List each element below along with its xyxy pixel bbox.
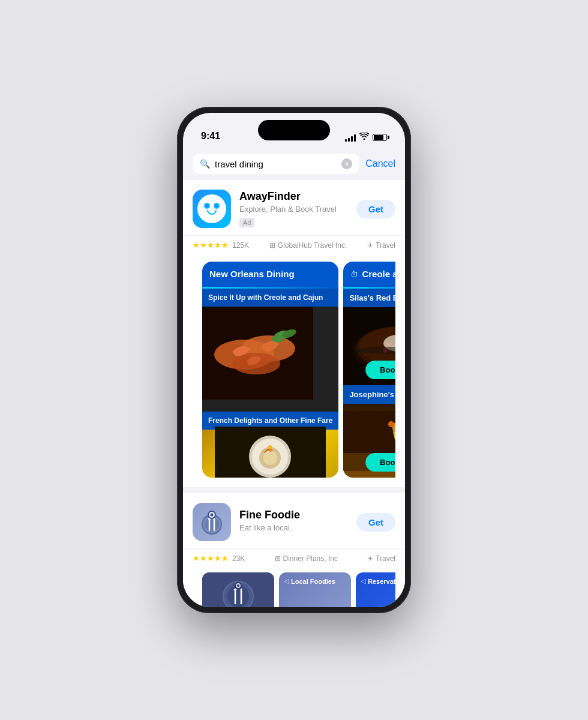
ad-badge: Ad — [239, 218, 254, 227]
lf-mini-card-dots: ⋯ — [338, 606, 346, 607]
status-icons — [345, 133, 387, 142]
creole-promo-card[interactable]: ⏱ Creole and Cajun Silas's Red Beans & R… — [343, 262, 395, 478]
local-foodies-label: Local Foodies — [291, 578, 335, 585]
nola-french-image — [202, 430, 338, 478]
battery-icon — [373, 134, 387, 141]
finefoodie-stars: ★★★★★ 23K — [193, 554, 245, 563]
finefoodie-name: Fine Foodie — [239, 509, 348, 521]
promo-strip[interactable]: New Orleans Dining Spice It Up with Creo… — [193, 254, 395, 478]
finefoodie-category: ✈ Travel — [367, 554, 395, 563]
phone-frame: 9:41 — [177, 107, 411, 613]
finefoodie-rating-row: ★★★★★ 23K ⊞ Dinner Plans, Inc ✈ Travel — [183, 548, 405, 568]
svg-point-31 — [388, 421, 394, 427]
nola-promo-card[interactable]: New Orleans Dining Spice It Up with Creo… — [202, 262, 338, 478]
creole-restaurant1: Silas's Red Beans & Rice — [343, 289, 395, 307]
cancel-button[interactable]: Cancel — [365, 158, 395, 169]
reservations-label: Reservations — [368, 578, 395, 585]
awayfinder-developer: ⊞ GlobalHub Travel Inc. — [269, 241, 347, 250]
awayfinder-name: AwayFinder — [239, 190, 348, 203]
creole-book-now-button[interactable]: Book Now — [365, 361, 395, 379]
svg-point-10 — [263, 451, 277, 465]
creole-stew-image: Book Now — [343, 307, 395, 385]
awayfinder-category: ✈ Travel — [367, 241, 395, 250]
finefoodie-rating-count: 23K — [232, 554, 245, 563]
creole-cocktail-image: Book Now — [343, 404, 395, 478]
app-header-finefoodie: Fine Foodie Eat like a local. Get — [193, 503, 395, 541]
awayfinder-app-card: AwayFinder Explore, Plan & Book Travel A… — [183, 180, 405, 487]
finefoodie-info: Fine Foodie Eat like a local. — [239, 509, 348, 535]
finefoodie-logo-svg — [197, 508, 226, 536]
awayfinder-icon — [193, 190, 231, 228]
search-query: travel dining — [215, 159, 337, 169]
wifi-icon — [359, 133, 369, 142]
creole-restaurant2: Josephine's — [343, 385, 395, 404]
ff-mini-card-dots: ⋯ — [261, 606, 269, 607]
awayfinder-stars: ★★★★★ 125K — [193, 241, 249, 250]
creole-card-header: ⏱ Creole and Cajun — [343, 262, 395, 287]
svg-point-62 — [205, 517, 219, 532]
status-time: 9:41 — [201, 131, 220, 142]
search-bar[interactable]: 🔍 travel dining × — [193, 154, 359, 174]
finefoodie-mini-card[interactable]: ⋯ — [202, 572, 274, 607]
nola-section1-title: Spice It Up with Creole and Cajun — [202, 289, 338, 307]
awayfinder-info: AwayFinder Explore, Plan & Book Travel A… — [239, 190, 348, 227]
nola-shrimp-image — [202, 307, 338, 412]
search-clear-button[interactable]: × — [341, 158, 352, 169]
reservations-mini-card[interactable]: ◁ Reservations ⋯ — [356, 572, 395, 607]
awayfinder-rating-count: 125K — [232, 241, 249, 250]
nola-card-body: Spice It Up with Creole and Cajun — [202, 289, 338, 478]
search-icon: 🔍 — [200, 159, 210, 169]
finefoodie-app-card: Fine Foodie Eat like a local. Get ★★★★★ … — [183, 493, 405, 607]
signal-icon — [345, 133, 356, 142]
dynamic-island — [258, 120, 330, 140]
awayfinder-subtitle: Explore, Plan & Book Travel — [239, 205, 348, 214]
creole-card-body: Silas's Red Beans & Rice — [343, 289, 395, 478]
app-header-awayfinder: AwayFinder Explore, Plan & Book Travel A… — [193, 190, 395, 228]
awayfinder-rating-row: ★★★★★ 125K ⊞ GlobalHub Travel Inc. ✈ Tra… — [183, 235, 405, 254]
creole-clock-icon: ⏱ — [350, 270, 358, 279]
finefoodie-developer: ⊞ Dinner Plans, Inc — [275, 554, 338, 563]
content-area[interactable]: 🔍 travel dining × Cancel — [183, 148, 405, 607]
finefoodie-icon — [193, 503, 231, 541]
svg-point-75 — [237, 584, 239, 587]
search-container: 🔍 travel dining × Cancel — [183, 148, 405, 180]
josephines-book-now-button[interactable]: Book Now — [365, 453, 395, 472]
finefoodie-subtitle: Eat like a local. — [239, 523, 348, 532]
phone-screen: 9:41 — [183, 113, 405, 607]
svg-point-67 — [211, 514, 214, 517]
nola-card-header: New Orleans Dining — [202, 262, 338, 287]
local-foodies-mini-card[interactable]: ◁ Local Foodies ⋯ — [279, 572, 351, 607]
finefoodie-get-button[interactable]: Get — [356, 513, 395, 532]
awayfinder-get-button[interactable]: Get — [356, 200, 395, 218]
nola-card-title: New Orleans Dining — [209, 269, 331, 280]
bottom-mini-cards-strip[interactable]: ⋯ ◁ Local Foodies ⋯ — [193, 568, 395, 607]
creole-card-title: Creole and Cajun — [362, 269, 395, 280]
